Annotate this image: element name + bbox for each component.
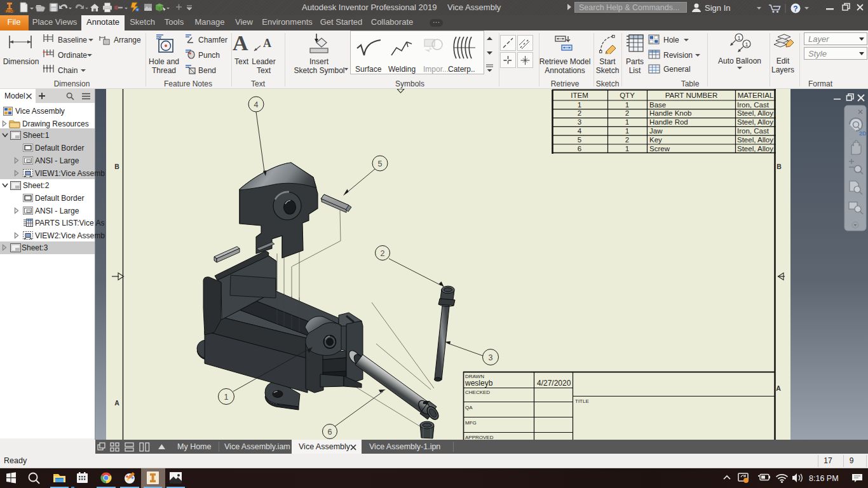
- svg-text:1: 1: [745, 41, 748, 48]
- svg-text:Sign In: Sign In: [705, 3, 730, 13]
- svg-text:1: 1: [625, 118, 629, 126]
- svg-text:8:16 PM: 8:16 PM: [809, 474, 839, 483]
- svg-text:Iron, Cast: Iron, Cast: [737, 101, 770, 109]
- svg-text:4: 4: [578, 127, 582, 135]
- svg-text:1: 1: [625, 145, 629, 152]
- svg-text:2D: 2D: [859, 130, 867, 137]
- svg-text:MATERIAL: MATERIAL: [738, 92, 774, 99]
- svg-text:PART NUMBER: PART NUMBER: [665, 92, 717, 99]
- svg-text:1: 1: [625, 127, 629, 135]
- svg-text:B: B: [776, 163, 782, 170]
- svg-text:Handle Knob: Handle Knob: [649, 109, 692, 117]
- svg-text:3: 3: [578, 118, 581, 126]
- svg-text:Iron, Cast: Iron, Cast: [737, 127, 770, 135]
- svg-text:PRO: PRO: [6, 10, 13, 13]
- svg-text:Steel, Alloy: Steel, Alloy: [737, 145, 773, 152]
- svg-text:ITEM: ITEM: [571, 92, 588, 99]
- svg-text:2: 2: [381, 249, 385, 258]
- svg-text:MFG: MFG: [465, 420, 477, 426]
- svg-text:1: 1: [224, 393, 229, 402]
- svg-text:QTY: QTY: [620, 92, 635, 99]
- svg-text:Steel, Alloy: Steel, Alloy: [737, 109, 773, 117]
- svg-text:Steel, Alloy: Steel, Alloy: [737, 118, 773, 126]
- svg-text:Steel, Alloy: Steel, Alloy: [737, 136, 773, 144]
- svg-text:2: 2: [578, 109, 581, 117]
- svg-text:TITLE: TITLE: [575, 398, 589, 404]
- svg-text:4/27/2020: 4/27/2020: [537, 379, 571, 388]
- svg-text:Base: Base: [649, 101, 666, 109]
- svg-text:QA: QA: [465, 405, 473, 410]
- svg-text:1: 1: [578, 101, 581, 109]
- svg-text:APPROVED: APPROVED: [465, 435, 494, 440]
- svg-text:3: 3: [489, 353, 493, 362]
- svg-text:A: A: [114, 399, 119, 407]
- svg-text:5: 5: [378, 159, 383, 168]
- svg-text:wesleyb: wesleyb: [465, 379, 493, 388]
- svg-text:A: A: [776, 384, 781, 392]
- svg-text:2: 2: [625, 109, 629, 117]
- svg-text:1: 1: [625, 101, 629, 109]
- svg-text:Screw: Screw: [649, 145, 670, 152]
- svg-text:Key: Key: [649, 136, 662, 144]
- svg-text:+: +: [136, 8, 139, 11]
- svg-text:Jaw: Jaw: [649, 127, 663, 135]
- svg-text:A: A: [263, 37, 271, 50]
- svg-text:4: 4: [254, 100, 259, 109]
- svg-text:B: B: [114, 163, 119, 170]
- svg-text:1: 1: [737, 35, 740, 41]
- svg-text:CHECKED: CHECKED: [465, 390, 490, 395]
- svg-text:5: 5: [578, 136, 581, 144]
- svg-text:6: 6: [328, 428, 332, 437]
- svg-text:Handle Rod: Handle Rod: [649, 118, 688, 126]
- svg-text:2: 2: [625, 136, 629, 144]
- svg-text:6: 6: [578, 145, 581, 152]
- svg-text:?: ?: [793, 4, 797, 13]
